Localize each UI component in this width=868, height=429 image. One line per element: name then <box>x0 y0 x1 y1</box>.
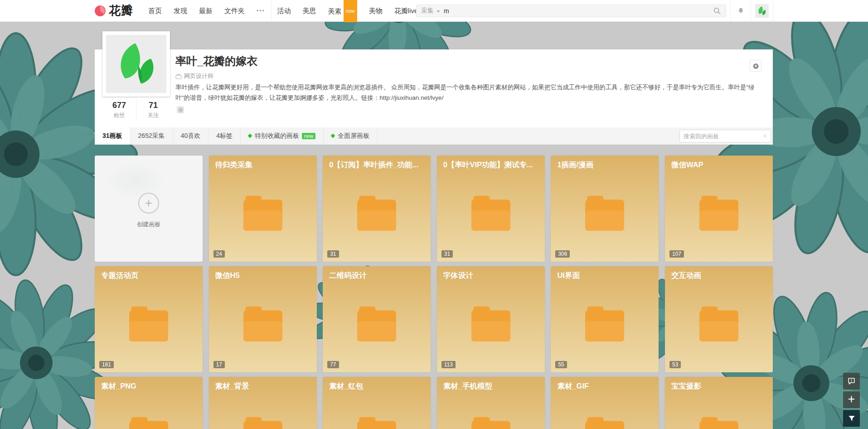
primary-nav: 首页 发现 最新 文件夹 ••• 活动 美思 美素new 美物 花瓣live <box>142 0 424 22</box>
board-pin-count: 17 <box>213 361 225 368</box>
stat-item[interactable]: 677 粉丝 <box>102 99 136 121</box>
create-board-label: 创建画板 <box>137 220 160 229</box>
profile-bio: 率叶插件，让花瓣网更好用，是一个帮助您使用花瓣网效率更高的浏览器插件。 众所周知… <box>175 82 765 103</box>
board-pin-count: 107 <box>669 250 684 258</box>
board-card[interactable]: 字体设计 113 <box>437 266 545 372</box>
user-menu-button[interactable] <box>751 0 773 22</box>
folder-icon <box>129 416 168 429</box>
board-card[interactable]: 素材_红包 <box>323 377 431 429</box>
board-search-input[interactable] <box>684 133 763 140</box>
tab[interactable]: 2652采集 <box>131 127 173 144</box>
website-link-button[interactable] <box>177 106 184 113</box>
tab[interactable]: 全面屏画板 <box>324 127 378 144</box>
leaf-avatar-icon <box>756 5 767 16</box>
user-avatar <box>755 4 769 18</box>
huaban-logo-icon <box>94 5 106 17</box>
board-card[interactable]: 交互动画 53 <box>665 266 773 372</box>
folder-icon <box>357 416 396 429</box>
board-pin-count: 113 <box>441 361 456 368</box>
nav-item[interactable]: 美物 <box>363 0 388 22</box>
boards-grid: + 创建画板 待归类采集 24 0【订阅】率叶插件_功能... 31 0【率叶V… <box>95 156 779 429</box>
header-divider <box>773 0 773 22</box>
briefcase-icon <box>175 73 182 79</box>
board-card[interactable]: 二维码设计 77 <box>323 266 431 372</box>
board-card[interactable]: 1插画/漫画 306 <box>551 156 659 262</box>
chevron-down-icon <box>436 10 440 13</box>
folder-icon <box>243 306 282 341</box>
new-badge: new <box>302 133 315 139</box>
profile-panel: 677 粉丝 71 关注 率叶_花瓣的嫁衣 网页设计师 率叶插件，让花瓣网更好用… <box>95 49 773 127</box>
create-board-card[interactable]: + 创建画板 <box>95 156 203 262</box>
plus-circle-icon: + <box>138 193 159 214</box>
huaban-logo[interactable]: 花瓣 <box>94 3 133 19</box>
board-card[interactable]: 专题活动页 161 <box>95 266 203 372</box>
profile-settings-button[interactable] <box>750 60 761 72</box>
board-card[interactable]: 待归类采集 24 <box>209 156 317 262</box>
board-card[interactable]: 0【订阅】率叶插件_功能... 31 <box>323 156 431 262</box>
search-icon[interactable] <box>713 7 721 15</box>
board-title: 0【率叶VIP功能】测试专... <box>443 160 538 170</box>
nav-item[interactable]: 美素new <box>322 0 363 22</box>
board-title: 微信WAP <box>671 160 766 170</box>
search-scope-dropdown[interactable]: 采集 <box>421 7 444 15</box>
board-card[interactable]: 素材_PNG <box>95 377 203 429</box>
board-card[interactable]: 素材_GIF <box>551 377 659 429</box>
feedback-button[interactable] <box>843 373 860 390</box>
nav-more-button[interactable]: ••• <box>251 8 271 14</box>
board-pin-count: 77 <box>327 361 339 368</box>
board-title: 素材_背景 <box>215 381 310 391</box>
board-title: 素材_PNG <box>101 381 196 391</box>
notifications-button[interactable] <box>731 0 751 22</box>
diamond-icon <box>331 134 335 138</box>
folder-icon <box>699 195 738 231</box>
board-card[interactable]: 素材_手机模型 <box>437 377 545 429</box>
funnel-icon <box>848 414 856 423</box>
nav-item[interactable]: 首页 <box>142 0 168 22</box>
diamond-icon <box>248 134 252 138</box>
plus-icon: + <box>848 393 855 405</box>
globe-icon <box>178 107 183 112</box>
nav-item[interactable]: 活动 <box>272 0 297 22</box>
tab[interactable]: 特别收藏的画板 new <box>241 127 324 144</box>
folder-icon <box>357 195 396 231</box>
tab[interactable]: 40喜欢 <box>173 127 209 144</box>
tab[interactable]: 4标签 <box>209 127 241 144</box>
profile-avatar-card[interactable] <box>102 31 170 97</box>
search-icon <box>763 132 767 140</box>
global-search-bar: 采集 <box>416 5 726 17</box>
board-title: 1插画/漫画 <box>557 160 652 170</box>
nav-item[interactable]: 文件夹 <box>218 0 251 22</box>
board-card[interactable]: 0【率叶VIP功能】测试专... 31 <box>437 156 545 262</box>
top-header: 花瓣 首页 发现 最新 文件夹 ••• 活动 美思 美素new 美物 花瓣liv… <box>0 0 868 22</box>
board-card[interactable]: UI界面 55 <box>551 266 659 372</box>
global-search-input[interactable] <box>444 7 713 15</box>
board-card[interactable]: 微信WAP 107 <box>665 156 773 262</box>
board-pin-count: 306 <box>555 250 570 258</box>
board-pin-count: 24 <box>213 250 225 258</box>
nav-item[interactable]: 最新 <box>193 0 218 22</box>
filter-button[interactable] <box>843 410 860 427</box>
board-card[interactable]: 微信H5 17 <box>209 266 317 372</box>
profile-stats: 677 粉丝 71 关注 <box>102 99 170 121</box>
board-title: 专题活动页 <box>101 271 196 281</box>
profile-avatar <box>106 35 166 93</box>
nav-item[interactable]: 发现 <box>168 0 193 22</box>
board-pin-count: 53 <box>669 361 681 368</box>
folder-icon <box>243 416 282 429</box>
board-card[interactable]: 宝宝摄影 <box>665 377 773 429</box>
board-tabs-strip: 31画板 2652采集 40喜欢 4标签 特别收藏的画板 new 全面屏 <box>95 127 773 145</box>
board-card[interactable]: 素材_背景 <box>209 377 317 429</box>
add-button[interactable]: + <box>843 391 860 408</box>
stat-item[interactable]: 71 关注 <box>136 99 170 121</box>
board-title: 交互动画 <box>671 271 766 281</box>
nav-item[interactable]: 美思 <box>297 0 322 22</box>
folder-icon <box>585 195 624 231</box>
folder-icon <box>471 195 510 231</box>
floating-toolbar: + <box>843 373 860 427</box>
tab[interactable]: 31画板 <box>95 127 131 144</box>
feedback-bubble-icon <box>847 377 856 385</box>
folder-icon <box>585 306 624 341</box>
folder-icon <box>357 306 396 341</box>
folder-icon <box>129 306 168 341</box>
folder-icon <box>243 195 282 231</box>
